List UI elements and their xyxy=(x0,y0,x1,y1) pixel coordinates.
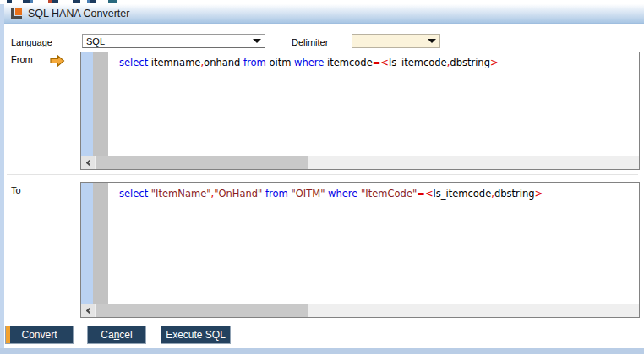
from-editor[interactable]: select itemname,onhand from oitm where i… xyxy=(80,52,640,170)
delimiter-select[interactable] xyxy=(352,34,440,48)
horizontal-scrollbar[interactable] xyxy=(81,304,639,317)
editor-gutter-selection xyxy=(81,52,93,156)
scroll-left-button[interactable] xyxy=(81,156,95,169)
editor-gutter-selection xyxy=(81,183,93,304)
window-bottom-border xyxy=(0,348,644,354)
sql-hana-converter-window: SQL HANA Converter Language SQL Delimite… xyxy=(0,0,644,356)
delimiter-label: Delimiter xyxy=(292,37,328,47)
horizontal-scrollbar[interactable] xyxy=(81,156,639,169)
default-button-indicator xyxy=(6,326,10,343)
link-arrow-icon[interactable] xyxy=(50,55,65,67)
cancel-button[interactable]: Cancel xyxy=(87,326,146,344)
language-label: Language xyxy=(11,37,52,47)
language-value: SQL xyxy=(86,36,253,47)
toolbar-remnant-block xyxy=(73,0,80,3)
separator-line xyxy=(7,320,638,320)
chevron-down-icon xyxy=(253,39,261,43)
scroll-left-button[interactable] xyxy=(81,304,95,317)
execute-sql-button-label: Execute SQL xyxy=(166,329,226,341)
editor-gutter-margin xyxy=(93,183,108,304)
toolbar-remnant-block xyxy=(52,0,58,3)
to-label: To xyxy=(11,185,21,195)
scrollbar-thumb[interactable] xyxy=(96,304,308,317)
scrollbar-thumb[interactable] xyxy=(96,156,308,169)
language-select[interactable]: SQL xyxy=(82,34,265,48)
cancel-button-label: Cancel xyxy=(101,329,132,341)
toolbar-remnant-block xyxy=(108,0,117,3)
window-title: SQL HANA Converter xyxy=(28,8,129,19)
sql-code-line: select itemname,onhand from oitm where i… xyxy=(119,57,499,68)
toolbar-remnant-block xyxy=(7,0,12,3)
execute-sql-button[interactable]: Execute SQL xyxy=(161,326,231,344)
chevron-left-icon xyxy=(85,159,91,165)
toolbar-remnant-block xyxy=(90,0,96,3)
chevron-left-icon xyxy=(85,307,91,313)
app-icon xyxy=(11,8,22,19)
titlebar[interactable]: SQL HANA Converter xyxy=(4,4,644,24)
toolbar-remnant-block xyxy=(23,0,30,3)
to-editor[interactable]: select "ItemName","OnHand" from "OITM" w… xyxy=(80,182,640,318)
sql-code-line: select "ItemName","OnHand" from "OITM" w… xyxy=(119,188,543,200)
from-label: From xyxy=(11,54,33,64)
convert-button[interactable]: Convert xyxy=(5,326,74,344)
separator-line xyxy=(7,174,638,175)
chevron-down-icon xyxy=(428,39,436,43)
editor-gutter-margin xyxy=(93,52,108,156)
convert-button-label: Convert xyxy=(21,329,57,341)
window-left-border xyxy=(0,4,4,354)
toolbar-remnant-block xyxy=(30,0,33,3)
